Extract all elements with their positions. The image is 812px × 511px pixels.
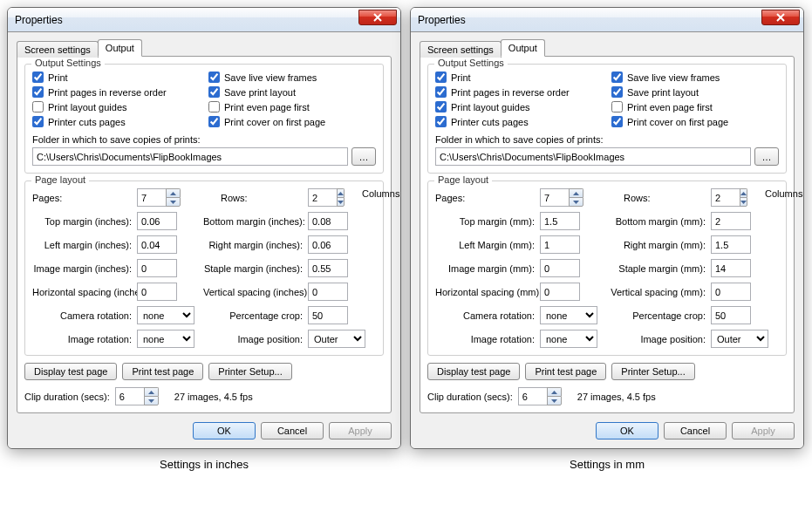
tab-panel-output: Output Settings Print Save live view fra… — [17, 56, 392, 413]
chk-save-layout[interactable]: Save print layout — [208, 86, 376, 98]
close-icon — [372, 13, 383, 22]
chk-save-live[interactable]: Save live view frames — [208, 72, 376, 83]
chk-save-live[interactable]: Save live view frames — [611, 72, 779, 83]
left-input[interactable] — [540, 235, 580, 254]
camera-rotation-select[interactable]: none — [137, 306, 194, 324]
chk-guides[interactable]: Print layout guides — [435, 101, 603, 112]
ok-button[interactable]: OK — [193, 422, 256, 439]
hspacing-input[interactable] — [540, 283, 580, 301]
lbl-hsp: Horizontal spacing (mm): — [435, 287, 540, 297]
clip-spinner[interactable] — [547, 387, 562, 405]
chk-cover[interactable]: Print cover on first page — [611, 116, 779, 127]
printer-setup-button[interactable]: Printer Setup... — [611, 363, 694, 380]
chk-reverse[interactable]: Print pages in reverse order — [435, 86, 603, 98]
clip-info: 27 images, 4.5 fps — [164, 392, 253, 402]
staple-input[interactable] — [308, 259, 348, 277]
image-position-select[interactable]: Outer — [711, 330, 768, 348]
pages-input[interactable] — [540, 188, 570, 207]
lbl-bot: Bottom margin (mm): — [606, 216, 711, 227]
group-legend: Page layout — [31, 174, 89, 185]
chk-print[interactable]: Print — [435, 72, 603, 83]
camera-rotation-select[interactable]: none — [540, 306, 597, 324]
lbl-right: Right margin (inches): — [203, 240, 308, 250]
apply-button[interactable]: Apply — [329, 422, 392, 439]
clip-duration-input[interactable] — [518, 387, 548, 405]
chk-save-layout[interactable]: Save print layout — [611, 86, 779, 98]
lbl-right: Right margin (mm): — [606, 240, 711, 250]
image-rotation-select[interactable]: none — [540, 330, 597, 348]
lbl-rows: Rows: — [606, 193, 711, 203]
cancel-button[interactable]: Cancel — [664, 422, 727, 439]
image-rotation-select[interactable]: none — [137, 330, 194, 348]
lbl-pctcrop: Percentage crop: — [203, 310, 308, 321]
lbl-imgpos: Image position: — [606, 334, 711, 344]
window-title: Properties — [15, 14, 358, 26]
caption: Settings in inches — [160, 458, 249, 471]
close-button[interactable] — [761, 10, 800, 25]
pctcrop-input[interactable] — [308, 306, 348, 324]
printer-setup-button[interactable]: Printer Setup... — [208, 363, 291, 380]
chk-even-first[interactable]: Print even page first — [208, 101, 376, 112]
chk-print[interactable]: Print — [32, 72, 200, 83]
top-input[interactable] — [137, 212, 177, 230]
clip-spinner[interactable] — [144, 387, 159, 405]
browse-button[interactable]: … — [754, 147, 779, 166]
clip-duration-input[interactable] — [115, 387, 145, 405]
chk-cuts[interactable]: Printer cuts pages — [435, 116, 603, 127]
print-test-button[interactable]: Print test page — [122, 363, 203, 380]
apply-button[interactable]: Apply — [732, 422, 795, 439]
rows-input[interactable] — [308, 188, 338, 207]
print-test-button[interactable]: Print test page — [525, 363, 606, 380]
group-page-layout: Page layout Pages: Rows: Columns: Top ma… — [24, 181, 384, 356]
hspacing-input[interactable] — [137, 283, 177, 301]
lbl-hsp: Horizontal spacing (inches): — [32, 287, 137, 297]
close-button[interactable] — [358, 10, 397, 25]
image-margin-input[interactable] — [540, 259, 580, 277]
tab-output[interactable]: Output — [98, 39, 142, 57]
rows-spinner[interactable] — [740, 188, 747, 207]
chk-even-first[interactable]: Print even page first — [611, 101, 779, 112]
clip-label: Clip duration (secs): — [427, 392, 513, 402]
rows-input[interactable] — [711, 188, 740, 207]
rows-spinner[interactable] — [337, 188, 345, 207]
folder-input[interactable] — [435, 147, 751, 166]
group-legend: Output Settings — [31, 58, 105, 68]
pages-input[interactable] — [137, 188, 167, 207]
bottom-input[interactable] — [308, 212, 348, 230]
chk-cuts[interactable]: Printer cuts pages — [32, 116, 200, 127]
lbl-left: Left Margin (mm): — [435, 240, 540, 250]
right-input[interactable] — [308, 235, 348, 254]
top-input[interactable] — [540, 212, 580, 230]
tab-screen-settings[interactable]: Screen settings — [420, 41, 502, 58]
ok-button[interactable]: OK — [596, 422, 658, 439]
caption: Settings in mm — [570, 458, 645, 471]
display-test-button[interactable]: Display test page — [427, 363, 520, 380]
tab-output[interactable]: Output — [501, 39, 545, 57]
vspacing-input[interactable] — [711, 283, 751, 301]
image-margin-input[interactable] — [137, 259, 177, 277]
lbl-cols: Columns: — [345, 188, 401, 207]
chk-cover[interactable]: Print cover on first page — [208, 116, 376, 127]
close-icon — [775, 13, 786, 22]
image-position-select[interactable]: Outer — [308, 330, 365, 348]
lbl-imgrot: Image rotation: — [435, 334, 540, 344]
display-test-button[interactable]: Display test page — [24, 363, 117, 380]
tab-bar: Screen settings Output — [420, 39, 795, 56]
pages-spinner[interactable] — [569, 188, 583, 207]
tab-screen-settings[interactable]: Screen settings — [17, 41, 99, 58]
chevron-down-icon — [573, 201, 579, 204]
pctcrop-input[interactable] — [711, 306, 751, 324]
cancel-button[interactable]: Cancel — [261, 422, 324, 439]
vspacing-input[interactable] — [308, 283, 348, 301]
chevron-up-icon — [573, 192, 579, 195]
bottom-input[interactable] — [711, 212, 751, 230]
lbl-pages: Pages: — [435, 193, 540, 203]
browse-button[interactable]: … — [351, 147, 376, 166]
folder-input[interactable] — [32, 147, 348, 166]
left-input[interactable] — [137, 235, 177, 254]
staple-input[interactable] — [711, 259, 751, 277]
right-input[interactable] — [711, 235, 751, 254]
chk-reverse[interactable]: Print pages in reverse order — [32, 86, 200, 98]
chk-guides[interactable]: Print layout guides — [32, 101, 200, 112]
pages-spinner[interactable] — [166, 188, 181, 207]
